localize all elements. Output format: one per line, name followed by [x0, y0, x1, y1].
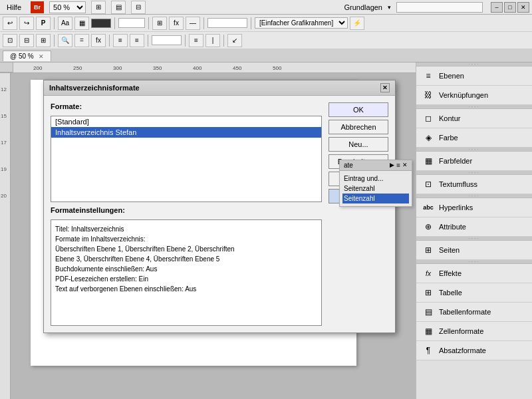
formats-label: Formate:: [51, 102, 322, 110]
inhaltsverzeichnis-dialog[interactable]: Inhaltsverzeichnisformate ✕ Formate: [St…: [43, 80, 396, 333]
mm-value[interactable]: 4,233 mm: [207, 18, 247, 28]
view-btn-1[interactable]: ⊞: [91, 1, 106, 14]
tabellenformate-icon: ▤: [423, 307, 434, 317]
view-btn-2[interactable]: ▤: [111, 1, 126, 14]
tb-style[interactable]: Aa: [58, 17, 72, 30]
settings-pdf: PDF-Lesezeichen erstellen: Ein: [55, 274, 317, 284]
sidebar-item-hyperlinks[interactable]: abc Hyperlinks: [416, 198, 532, 217]
tb2-formula[interactable]: fx: [91, 34, 106, 47]
format-item-standard[interactable]: [Standard]: [51, 116, 321, 127]
sidebar-item-absatzformate[interactable]: ¶ Absatzformate: [416, 341, 532, 360]
sidebar-label-attribute: Attribute: [439, 223, 466, 231]
toolbar-2: ⊡ ⊟ ⊞ 🔍 = fx ≡ ≡ 100 % ≡ | ↙: [0, 32, 532, 49]
menu-hilfe[interactable]: Hilfe: [3, 2, 25, 13]
sidebar-label-farbe: Farbe: [439, 134, 458, 142]
format-item-stefan[interactable]: Inhaltsverzeichnis Stefan: [51, 127, 321, 138]
percent-input[interactable]: 100 %: [152, 35, 182, 45]
tab-bar: @ 50 % ✕: [0, 49, 532, 63]
ruler-label-400: 400: [193, 65, 201, 71]
tb-dash[interactable]: —: [186, 17, 200, 30]
ruler-label-350: 350: [153, 65, 162, 71]
win-maximize[interactable]: □: [504, 2, 516, 13]
tb-p[interactable]: P: [36, 17, 51, 30]
tb2-zoom[interactable]: 🔍: [58, 34, 72, 47]
sidebar-item-textumfluss[interactable]: ⊡ Textumfluss: [416, 175, 532, 194]
dialog-content: Formate: [Standard] Inhaltsverzeichnis S…: [44, 96, 395, 332]
sidebar-item-effekte[interactable]: fx Effekte: [416, 264, 532, 283]
toolbar-1: ↩ ↪ P Aa ▦ 1 Pt ⊞ fx — 4,233 mm [Einfach…: [0, 15, 532, 32]
tb2-sep4: [185, 35, 186, 47]
tb2-btn2[interactable]: ⊟: [19, 34, 34, 47]
menu-bar: Hilfe Br 50 % ⊞ ▤ ⊟ Grundlagen ▾ – □ ✕: [0, 0, 532, 15]
win-minimize[interactable]: –: [491, 2, 503, 13]
format-list[interactable]: [Standard] Inhaltsverzeichnis Stefan: [51, 116, 322, 202]
win-close[interactable]: ✕: [517, 2, 529, 13]
ruler-label-450: 450: [233, 65, 241, 71]
sidebar-item-kontur[interactable]: ◻ Kontur: [416, 109, 532, 128]
tb-frame[interactable]: ▦: [74, 17, 89, 30]
settings-text: Text auf verborgenen Ebenen einschließen…: [55, 284, 317, 294]
tb-fx[interactable]: fx: [169, 17, 184, 30]
sidebar-item-zellenformate[interactable]: ▦ Zellenformate: [416, 322, 532, 341]
new-button[interactable]: Neu...: [329, 137, 388, 152]
verknupfungen-icon: ⛓: [423, 90, 434, 100]
delete-button[interactable]: Löschen: [329, 172, 388, 186]
zellenformate-icon: ▦: [423, 326, 434, 336]
ebenen-icon: ≡: [423, 70, 434, 81]
sidebar-item-tabelle[interactable]: ⊞ Tabelle: [416, 283, 532, 303]
settings-ebene3: Ebene 3, Überschriften Ebene 4, Überschr…: [55, 254, 317, 264]
load-button[interactable]: Laden...: [329, 189, 388, 203]
tb-sep-1: [54, 17, 55, 29]
ruler-label-200: 200: [33, 65, 42, 71]
tab-close-btn[interactable]: ✕: [39, 53, 44, 60]
tab-document[interactable]: @ 50 % ✕: [3, 51, 51, 61]
tb-sep-4: [203, 17, 204, 29]
tb-lightning[interactable]: ⚡: [350, 17, 364, 30]
cancel-button[interactable]: Abbrechen: [329, 120, 388, 134]
tb2-col[interactable]: |: [205, 34, 220, 47]
frame-select[interactable]: [Einfacher Grafikrahmen]: [255, 17, 348, 29]
tb2-equals[interactable]: =: [74, 34, 89, 47]
sidebar-item-attribute[interactable]: ⊕ Attribute: [416, 217, 532, 237]
sidebar-panel: ···· ≡ Ebenen ⛓ Verknüpfungen ···· ◻ Kon…: [416, 63, 532, 360]
right-sidebar: ···· ≡ Ebenen ⛓ Verknüpfungen ···· ◻ Kon…: [416, 63, 532, 399]
tb-align[interactable]: ⊞: [152, 17, 167, 30]
sidebar-item-ebenen[interactable]: ≡ Ebenen: [416, 66, 532, 86]
search-input[interactable]: [396, 2, 483, 13]
stroke-width[interactable]: 1 Pt: [118, 18, 145, 28]
settings-formats: Formate im Inhaltsverzeichnis:: [55, 234, 317, 244]
tb2-btn1[interactable]: ⊡: [3, 34, 17, 47]
view-btn-3[interactable]: ⊟: [131, 1, 146, 14]
dialog-left-section: Formate: [Standard] Inhaltsverzeichnis S…: [51, 102, 322, 326]
vruler-label2: 15: [1, 113, 7, 119]
sidebar-item-farbfelder[interactable]: ▦ Farbfelder: [416, 152, 532, 171]
tb-undo[interactable]: ↩: [3, 17, 17, 30]
vruler-label5: 20: [1, 193, 7, 199]
sidebar-item-verknupfungen[interactable]: ⛓ Verknüpfungen: [416, 86, 532, 105]
sidebar-item-seiten[interactable]: ⊞ Seiten: [416, 241, 532, 260]
tb2-rows[interactable]: ≡: [189, 34, 203, 47]
tabelle-icon: ⊞: [423, 287, 434, 298]
tb2-wrap[interactable]: ↙: [227, 34, 242, 47]
settings-label: Formateinstellungen:: [51, 206, 322, 214]
ruler-label-300: 300: [113, 65, 122, 71]
color-swatch[interactable]: [91, 19, 111, 28]
settings-uberschriften: Überschriften Ebene 1, Überschriften Ebe…: [55, 244, 317, 254]
ok-button[interactable]: OK: [329, 102, 388, 117]
ruler-horizontal: 200 250 300 350 400 450 500: [0, 63, 416, 73]
sidebar-item-farbe[interactable]: ◈ Farbe: [416, 128, 532, 148]
dialog-close-btn[interactable]: ✕: [380, 83, 390, 92]
sidebar-item-tabellenformate[interactable]: ▤ Tabellenformate: [416, 303, 532, 322]
tb2-btn3[interactable]: ⊞: [36, 34, 51, 47]
ruler-vertical: 12 15 17 19 20: [0, 73, 11, 399]
adobe-logo: Br: [31, 1, 44, 13]
edit-button[interactable]: Bearbeiten...: [329, 154, 388, 169]
tb2-align2[interactable]: ≡: [130, 34, 144, 47]
zoom-select[interactable]: 50 %: [49, 1, 86, 13]
tb2-sep3: [148, 35, 148, 47]
tb2-align1[interactable]: ≡: [113, 34, 128, 47]
ruler-corner: [0, 63, 13, 72]
tb-sep-3: [148, 17, 149, 29]
tb-redo[interactable]: ↪: [19, 17, 34, 30]
vruler-label: 12: [1, 86, 7, 92]
